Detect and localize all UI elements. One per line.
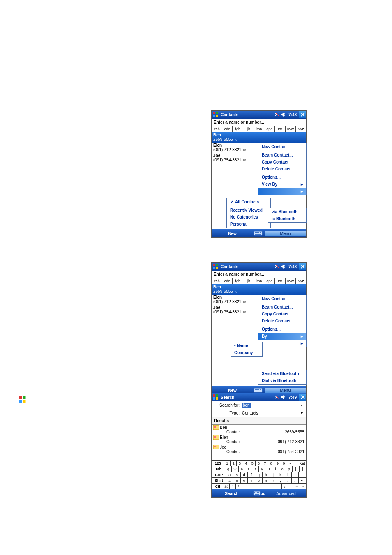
- alpha-tab[interactable]: #ab: [212, 278, 222, 284]
- osk-key[interactable]: Ctl: [212, 484, 224, 489]
- osk-key[interactable]: →: [300, 484, 306, 489]
- osk-key[interactable]: r: [245, 466, 252, 472]
- alpha-tab[interactable]: cde: [222, 126, 233, 132]
- osk-key[interactable]: ↓: [282, 484, 288, 489]
- menu-item-copy-contact[interactable]: Copy Contact: [258, 159, 306, 166]
- osk-key[interactable]: s: [233, 472, 241, 478]
- menu-item-options[interactable]: Options...: [258, 174, 306, 181]
- softkey-new[interactable]: New: [212, 231, 253, 236]
- alpha-tab[interactable]: uvw: [286, 126, 296, 132]
- osk-key[interactable]: ]: [300, 466, 306, 472]
- alpha-tab[interactable]: uvw: [286, 278, 296, 284]
- osk-key[interactable]: c: [241, 478, 248, 484]
- osk-key[interactable]: 8: [268, 461, 274, 466]
- dial-via-bluetooth[interactable]: Dial via Bluetooth: [258, 377, 306, 384]
- alpha-tab[interactable]: cde: [222, 278, 233, 284]
- osk-key[interactable]: l: [284, 472, 292, 478]
- osk-key[interactable]: p: [286, 466, 293, 472]
- osk-key[interactable]: b: [255, 478, 263, 484]
- search-input[interactable]: Enter a name or number...: [212, 271, 306, 278]
- osk-key[interactable]: h: [263, 472, 270, 478]
- osk-key[interactable]: 6: [256, 461, 262, 466]
- dial-via-bluetooth[interactable]: ia Bluetooth: [268, 215, 306, 222]
- softkey-search[interactable]: Search: [212, 491, 252, 496]
- keyboard-toggle[interactable]: [252, 491, 266, 496]
- alpha-tab[interactable]: ijk: [243, 278, 254, 284]
- osk-key[interactable]: 3: [237, 461, 243, 466]
- type-field[interactable]: Contacts: [242, 411, 300, 415]
- osk-key[interactable]: j: [270, 472, 277, 478]
- search-input[interactable]: Enter a name or number...: [212, 119, 306, 126]
- osk-key[interactable]: i: [272, 466, 279, 472]
- osk-key[interactable]: 5: [249, 461, 256, 466]
- osk-key[interactable]: ': [299, 472, 306, 478]
- menu-item-beam-contact[interactable]: Beam Contact...: [258, 152, 306, 159]
- menu-item-filter[interactable]: ▸: [258, 188, 306, 195]
- viewby-company[interactable]: Company: [231, 349, 262, 356]
- osk-key[interactable]: 7: [262, 461, 268, 466]
- menu-item-view-by[interactable]: View By▸: [258, 181, 306, 188]
- osk-key[interactable]: y: [259, 466, 265, 472]
- osk-key[interactable]: CAP: [212, 472, 226, 478]
- osk-key[interactable]: k: [277, 472, 284, 478]
- softkey-menu[interactable]: Menu: [265, 388, 306, 393]
- alpha-tab[interactable]: ijk: [243, 126, 254, 132]
- result-row[interactable]: Ben Contact2659-5555: [213, 425, 304, 435]
- alpha-tab[interactable]: xyz: [296, 126, 306, 132]
- osk-key[interactable]: e: [239, 466, 245, 472]
- close-button[interactable]: [299, 394, 306, 401]
- osk-key[interactable]: 123: [212, 461, 224, 466]
- type-dropdown-icon[interactable]: ▾: [300, 411, 304, 415]
- keyboard-icon[interactable]: [253, 387, 265, 393]
- alpha-tab[interactable]: rst: [275, 278, 286, 284]
- close-button[interactable]: [299, 263, 306, 270]
- menu-item-beam-contact[interactable]: Beam Contact...: [258, 304, 306, 311]
- osk-key[interactable]: `: [230, 484, 236, 489]
- osk-key[interactable]: Tab: [212, 466, 225, 472]
- send-via-bluetooth[interactable]: via Bluetooth: [268, 208, 306, 215]
- softkey-advanced[interactable]: Advanced: [266, 491, 306, 496]
- menu-item-options[interactable]: Options...: [258, 326, 306, 333]
- osk-key[interactable]: ,: [277, 478, 284, 484]
- menu-item-by[interactable]: By▸: [258, 333, 306, 340]
- result-row[interactable]: Elen Contact(091) 712-3321: [213, 435, 304, 444]
- alpha-tab[interactable]: lmn: [254, 126, 265, 132]
- alpha-tab[interactable]: lmn: [254, 278, 265, 284]
- menu-item-delete-contact[interactable]: Delete Contact: [258, 166, 306, 173]
- search-dropdown-icon[interactable]: ▾: [300, 403, 304, 408]
- osk-key[interactable]: 4: [243, 461, 249, 466]
- softkey-new[interactable]: New: [212, 388, 253, 393]
- osk-key[interactable]: w: [232, 466, 238, 472]
- osk-key[interactable]: t: [252, 466, 259, 472]
- start-flag-icon[interactable]: [212, 111, 219, 118]
- filter-all-contacts[interactable]: ✔All Contacts: [227, 198, 270, 205]
- osk-key[interactable]: Shift: [212, 478, 226, 484]
- osk-key[interactable]: ;: [292, 472, 299, 478]
- osk-key[interactable]: [242, 484, 282, 489]
- result-row[interactable]: Joe Contact(091) 754-3321: [213, 444, 304, 454]
- osk-key[interactable]: a: [226, 472, 233, 478]
- alpha-tab[interactable]: opq: [264, 126, 275, 132]
- osk-key[interactable]: u: [265, 466, 272, 472]
- keyboard-icon[interactable]: [253, 230, 265, 236]
- menu-item-delete-contact[interactable]: Delete Contact: [258, 318, 306, 325]
- contact-row[interactable]: Ben 2659-5555w: [212, 132, 306, 143]
- viewby-name[interactable]: • Name: [231, 342, 262, 349]
- osk-key[interactable]: ↑: [288, 484, 294, 489]
- osk-key[interactable]: \: [236, 484, 242, 489]
- osk-key[interactable]: ←: [294, 484, 300, 489]
- osk-key[interactable]: z: [226, 478, 233, 484]
- osk-key[interactable]: 9: [274, 461, 281, 466]
- alpha-tab[interactable]: xyz: [296, 278, 306, 284]
- osk-key[interactable]: [: [293, 466, 299, 472]
- osk-key[interactable]: g: [255, 472, 263, 478]
- osk-key[interactable]: 2: [231, 461, 237, 466]
- close-button[interactable]: [299, 111, 306, 118]
- osk-key[interactable]: n: [263, 478, 270, 484]
- osk-key[interactable]: x: [233, 478, 241, 484]
- osk-key[interactable]: áü: [224, 484, 230, 489]
- softkey-menu[interactable]: Menu: [265, 231, 306, 236]
- filter-personal[interactable]: Personal: [227, 221, 270, 228]
- alpha-tab[interactable]: fgh: [233, 126, 243, 132]
- contact-row[interactable]: Ben 2659-5555w: [212, 284, 306, 295]
